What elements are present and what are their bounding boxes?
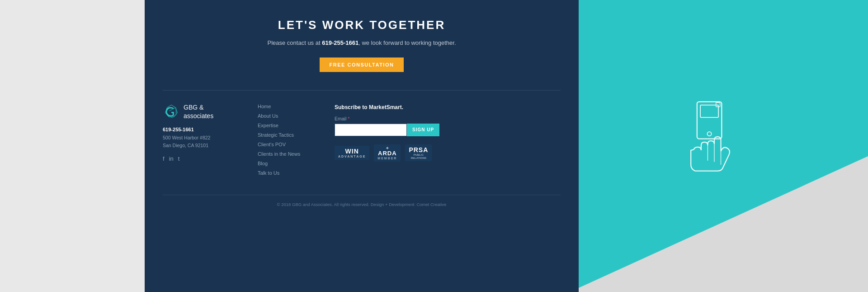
nav-talk[interactable]: Talk to Us xyxy=(258,171,321,176)
hand-icon xyxy=(660,101,750,191)
subscribe-title: Subscribe to MarketSmart. xyxy=(335,104,561,110)
footer-copyright: © 2018 GBG and Associates. All rights re… xyxy=(277,202,447,207)
svg-rect-1 xyxy=(700,105,718,117)
required-marker: * xyxy=(348,116,349,121)
signup-button[interactable]: SIGN UP xyxy=(407,124,439,136)
win-badge: WIN ADVANTAGE xyxy=(335,146,369,160)
right-decoration xyxy=(570,0,841,292)
footer-col-logo: GBG & associates 619-255-1661 500 West H… xyxy=(163,103,244,180)
footer-bottom: © 2018 GBG and Associates. All rights re… xyxy=(163,195,561,208)
facebook-icon[interactable]: f xyxy=(163,155,165,162)
cta-subtitle-prefix: Please contact us at xyxy=(268,39,322,46)
nav-about[interactable]: About Us xyxy=(258,114,321,119)
cta-subtitle-suffix: , we look forward to working together. xyxy=(359,39,456,46)
footer-address: 500 West Harbor #822 San Diego, CA 92101 xyxy=(163,134,244,150)
main-wrapper: LET'S WORK TOGETHER Please contact us at… xyxy=(145,0,579,292)
social-icons: f in t xyxy=(163,155,244,162)
cta-subtitle: Please contact us at 619-255-1661, we lo… xyxy=(172,38,552,48)
bg-left xyxy=(0,0,145,292)
nav-blog[interactable]: Blog xyxy=(258,161,321,166)
logo-name: GBG & associates xyxy=(184,103,213,120)
badges-row: WIN ADVANTAGE ◆ ARDA MEMBER PRSA PUBLICR… xyxy=(335,144,561,162)
cta-section: LET'S WORK TOGETHER Please contact us at… xyxy=(145,0,579,90)
logo-text-block: GBG & associates xyxy=(184,103,213,120)
footer-col-subscribe: Subscribe to MarketSmart. Email * SIGN U… xyxy=(335,103,561,180)
nav-clients-pov[interactable]: Client's POV xyxy=(258,142,321,147)
nav-expertise[interactable]: Expertise xyxy=(258,123,321,128)
win-badge-sub: ADVANTAGE xyxy=(338,155,366,158)
email-form: SIGN UP xyxy=(335,124,561,136)
cta-title: LET'S WORK TOGETHER xyxy=(172,18,552,32)
prsa-badge-sub: PUBLICRELATIONS xyxy=(411,153,426,159)
address-line1: 500 West Harbor #822 xyxy=(163,134,244,142)
footer-section: GBG & associates 619-255-1661 500 West H… xyxy=(145,91,579,189)
svg-point-2 xyxy=(708,132,712,136)
nav-home[interactable]: Home xyxy=(258,104,321,109)
win-badge-text: WIN xyxy=(345,148,359,155)
nav-strategic[interactable]: Strategic Tactics xyxy=(258,133,321,138)
prsa-badge: PRSA PUBLICRELATIONS xyxy=(405,144,432,161)
email-label: Email * xyxy=(335,116,561,121)
nav-clients-news[interactable]: Clients in the News xyxy=(258,152,321,157)
free-consultation-button[interactable]: FREE CONSULTATION xyxy=(320,57,404,72)
footer-phone: 619-255-1661 xyxy=(163,127,244,132)
arda-badge: ◆ ARDA MEMBER xyxy=(374,144,401,162)
logo-wrapper: GBG & associates xyxy=(163,103,244,120)
twitter-icon[interactable]: t xyxy=(178,155,180,162)
footer-col-nav: Home About Us Expertise Strategic Tactic… xyxy=(258,103,321,180)
linkedin-icon[interactable]: in xyxy=(169,155,174,162)
gbg-logo-icon xyxy=(163,103,180,120)
cta-phone: 619-255-1661 xyxy=(322,39,359,46)
email-input[interactable] xyxy=(335,124,407,136)
arda-badge-main: ARDA xyxy=(378,150,397,157)
arda-badge-sub: MEMBER xyxy=(377,157,397,160)
prsa-badge-text: PRSA xyxy=(409,146,428,153)
arda-badge-top: ◆ xyxy=(386,146,389,150)
address-line2: San Diego, CA 92101 xyxy=(163,142,244,150)
